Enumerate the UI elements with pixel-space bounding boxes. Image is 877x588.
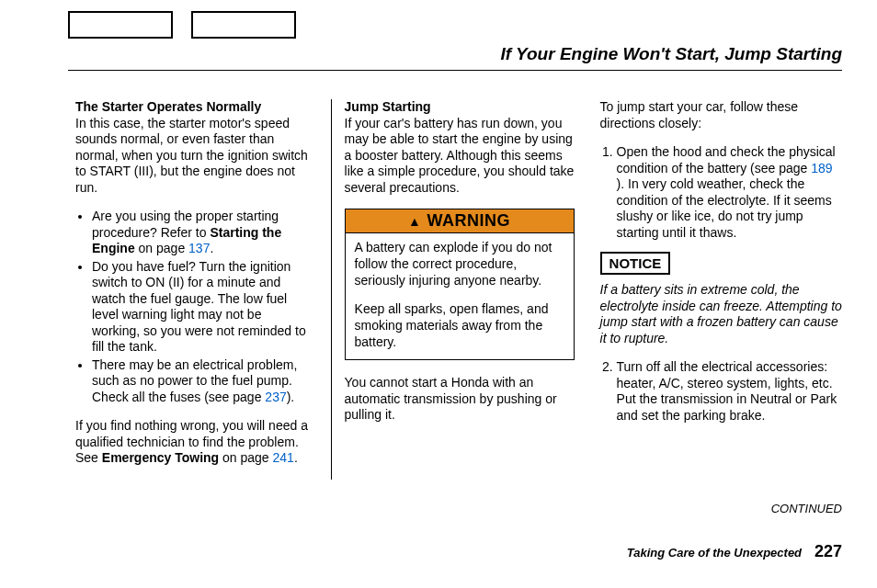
- column-1: The Starter Operates Normally In this ca…: [75, 99, 331, 480]
- warning-body: A battery can explode if you do not foll…: [346, 233, 574, 359]
- step-2: Turn off all the electrical accessories:…: [617, 359, 842, 424]
- col3-intro: To jump start your car, follow these dir…: [600, 99, 842, 131]
- steps-list-2: Turn off all the electrical accessories:…: [600, 359, 842, 424]
- bullet-1: Are you using the proper starting proced…: [92, 209, 313, 257]
- notice-label: NOTICE: [600, 252, 671, 275]
- steps-list: Open the hood and check the physical con…: [600, 144, 842, 241]
- warning-label: WARNING: [427, 211, 510, 231]
- content-columns: The Starter Operates Normally In this ca…: [75, 99, 842, 480]
- warning-icon: ▲: [408, 214, 421, 229]
- link-page-241[interactable]: 241: [273, 450, 294, 465]
- column-2: Jump Starting If your car's battery has …: [331, 99, 587, 480]
- title-rule: [68, 70, 842, 71]
- col1-intro: The Starter Operates Normally In this ca…: [75, 99, 313, 196]
- warning-box: ▲ WARNING A battery can explode if you d…: [345, 209, 575, 360]
- notice-text: If a battery sits in extreme cold, the e…: [600, 282, 842, 346]
- page-footer: Taking Care of the Unexpected 227: [627, 542, 842, 561]
- bullet-3: There may be an electrical problem, such…: [92, 357, 313, 406]
- footer-section: Taking Care of the Unexpected: [627, 546, 802, 560]
- top-nav-boxes: [68, 11, 296, 39]
- step-1: Open the hood and check the physical con…: [617, 144, 842, 241]
- col1-intro-text: In this case, the starter motor's speed …: [75, 116, 308, 195]
- link-page-189[interactable]: 189: [811, 161, 832, 175]
- nav-box-1[interactable]: [68, 11, 173, 39]
- link-page-237[interactable]: 237: [265, 390, 286, 404]
- warning-header: ▲ WARNING: [346, 209, 574, 233]
- col2-heading: Jump Starting: [345, 99, 431, 114]
- link-page-137[interactable]: 137: [188, 241, 210, 255]
- col1-outro: If you find nothing wrong, you will need…: [75, 418, 313, 467]
- continued-label: CONTINUED: [771, 502, 842, 515]
- warning-text-2: Keep all sparks, open flames, and smokin…: [355, 300, 564, 351]
- page-title: If Your Engine Won't Start, Jump Startin…: [500, 44, 842, 64]
- column-3: To jump start your car, follow these dir…: [587, 99, 842, 480]
- col2-intro-text: If your car's battery has run down, you …: [345, 116, 575, 195]
- bullet-2: Do you have fuel? Turn the ignition swit…: [92, 259, 313, 356]
- col1-heading: The Starter Operates Normally: [75, 99, 261, 114]
- nav-box-2[interactable]: [191, 11, 296, 39]
- col2-intro: Jump Starting If your car's battery has …: [345, 99, 575, 196]
- warning-text-1: A battery can explode if you do not foll…: [355, 239, 564, 289]
- page-number: 227: [814, 542, 842, 560]
- col2-after: You cannot start a Honda with an automat…: [345, 375, 575, 424]
- col1-bullets: Are you using the proper starting proced…: [75, 209, 313, 405]
